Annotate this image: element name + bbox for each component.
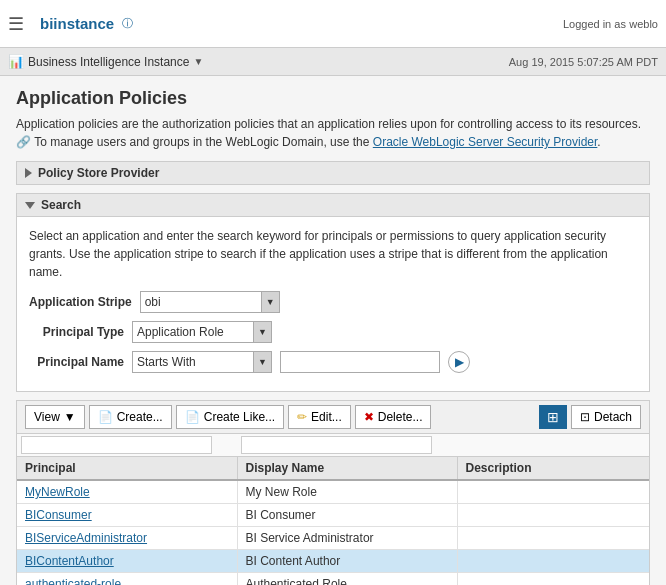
policy-store-title: Policy Store Provider (38, 166, 159, 180)
policy-store-header[interactable]: Policy Store Provider (17, 162, 649, 184)
app-stripe-label: Application Stripe (29, 295, 132, 309)
detach-button[interactable]: ⊡ Detach (571, 405, 641, 429)
edit-button[interactable]: ✏ Edit... (288, 405, 351, 429)
search-header[interactable]: Search (17, 194, 649, 217)
delete-icon: ✖ (364, 410, 374, 424)
table-row[interactable]: BIContentAuthorBI Content Author (17, 550, 649, 573)
principal-type-dropdown-btn[interactable]: ▼ (253, 322, 271, 342)
filter-row (17, 434, 649, 457)
detach-label: Detach (594, 410, 632, 424)
app-title: biinstance (40, 15, 114, 32)
search-toggle-icon (25, 202, 35, 209)
display-filter-input[interactable] (241, 436, 432, 454)
delete-button[interactable]: ✖ Delete... (355, 405, 432, 429)
freeze-icon: ⊞ (547, 409, 559, 425)
principal-name-row: Principal Name Starts With ▼ ▶ (29, 351, 637, 373)
principal-cell[interactable]: MyNewRole (17, 480, 237, 504)
logged-in-label: Logged in as (563, 18, 626, 30)
display-name-cell: BI Consumer (237, 504, 457, 527)
principal-type-select[interactable]: Application Role ▼ (132, 321, 272, 343)
col-header-description[interactable]: Description (457, 457, 649, 481)
principal-cell[interactable]: BIServiceAdministrator (17, 527, 237, 550)
data-table-wrap: Principal Display Name Description MyNew… (16, 433, 650, 585)
create-label: Create... (117, 410, 163, 424)
breadcrumb-icon: 📊 (8, 54, 24, 69)
principal-name-condition-value: Starts With (133, 353, 253, 371)
principal-name-condition-dropdown-btn[interactable]: ▼ (253, 352, 271, 372)
app-stripe-dropdown-btn[interactable]: ▼ (261, 292, 279, 312)
detach-icon: ⊡ (580, 410, 590, 424)
page-title: Application Policies (16, 88, 650, 109)
app-stripe-row: Application Stripe obi ▼ (29, 291, 637, 313)
edit-icon: ✏ (297, 410, 307, 424)
search-title: Search (41, 198, 81, 212)
table-header: Principal Display Name Description (17, 457, 649, 481)
header-datetime: Aug 19, 2015 5:07:25 AM PDT (509, 56, 658, 68)
breadcrumb-dropdown-icon[interactable]: ▼ (193, 56, 203, 67)
display-name-cell: Authenticated Role (237, 573, 457, 586)
search-execute-icon: ▶ (455, 355, 464, 369)
col-header-principal[interactable]: Principal (17, 457, 237, 481)
view-label: View (34, 410, 60, 424)
col-header-display[interactable]: Display Name (237, 457, 457, 481)
view-dropdown-icon: ▼ (64, 410, 76, 424)
description-cell (457, 504, 649, 527)
create-like-button[interactable]: 📄 Create Like... (176, 405, 284, 429)
principal-type-label: Principal Type (29, 325, 124, 339)
create-icon: 📄 (98, 410, 113, 424)
delete-label: Delete... (378, 410, 423, 424)
table-row[interactable]: authenticated-roleAuthenticated Role (17, 573, 649, 586)
create-like-icon: 📄 (185, 410, 200, 424)
logged-in-user: weblo (629, 18, 658, 30)
display-name-cell: BI Service Administrator (237, 527, 457, 550)
search-description: Select an application and enter the sear… (29, 227, 637, 281)
info-icon[interactable]: ⓘ (122, 16, 133, 31)
search-body: Select an application and enter the sear… (17, 217, 649, 391)
app-stripe-select[interactable]: obi ▼ (140, 291, 280, 313)
display-name-cell: My New Role (237, 480, 457, 504)
edit-label: Edit... (311, 410, 342, 424)
view-button[interactable]: View ▼ (25, 405, 85, 429)
principal-name-condition-select[interactable]: Starts With ▼ (132, 351, 272, 373)
app-stripe-value: obi (141, 293, 261, 311)
description-cell (457, 573, 649, 586)
principal-filter-input[interactable] (21, 436, 212, 454)
page-description: Application policies are the authorizati… (16, 115, 650, 151)
principal-cell[interactable]: BIContentAuthor (17, 550, 237, 573)
table-row[interactable]: BIConsumerBI Consumer (17, 504, 649, 527)
principal-name-label: Principal Name (29, 355, 124, 369)
freeze-button[interactable]: ⊞ (539, 405, 567, 429)
description-cell (457, 480, 649, 504)
policy-store-section: Policy Store Provider (16, 161, 650, 185)
principal-name-input[interactable] (280, 351, 440, 373)
description-cell (457, 527, 649, 550)
data-table: Principal Display Name Description MyNew… (17, 434, 649, 585)
hamburger-icon[interactable]: ☰ (8, 13, 24, 35)
search-execute-button[interactable]: ▶ (448, 351, 470, 373)
breadcrumb-text[interactable]: Business Intelligence Instance (28, 55, 189, 69)
toolbar: View ▼ 📄 Create... 📄 Create Like... ✏ Ed… (16, 400, 650, 433)
principal-cell[interactable]: BIConsumer (17, 504, 237, 527)
search-section: Search Select an application and enter t… (16, 193, 650, 392)
principal-type-row: Principal Type Application Role ▼ (29, 321, 637, 343)
principal-cell[interactable]: authenticated-role (17, 573, 237, 586)
policy-store-toggle-icon (25, 168, 32, 178)
display-name-cell: BI Content Author (237, 550, 457, 573)
principal-type-value: Application Role (133, 323, 253, 341)
table-row[interactable]: BIServiceAdministratorBI Service Adminis… (17, 527, 649, 550)
create-button[interactable]: 📄 Create... (89, 405, 172, 429)
table-row[interactable]: MyNewRoleMy New Role (17, 480, 649, 504)
description-cell (457, 550, 649, 573)
create-like-label: Create Like... (204, 410, 275, 424)
security-provider-link[interactable]: Oracle WebLogic Server Security Provider (373, 135, 598, 149)
